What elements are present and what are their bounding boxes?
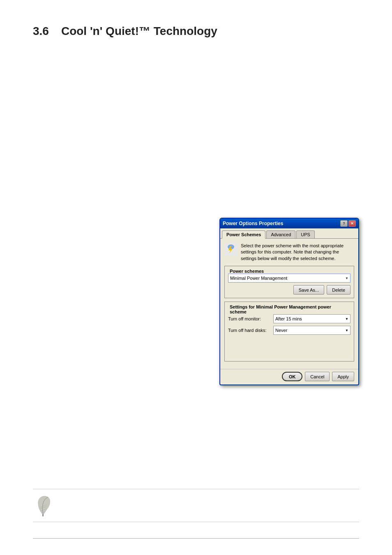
power-icon (224, 243, 238, 256)
settings-spacer (228, 337, 350, 358)
close-button[interactable]: ✕ (348, 220, 356, 227)
dialog-titlebar: Power Options Properties ? ✕ (220, 219, 358, 228)
section-title: Cool 'n' Quiet!™ Technology (61, 25, 217, 38)
feather-icon (33, 494, 53, 517)
title-buttons: ? ✕ (340, 220, 356, 227)
power-options-dialog: Power Options Properties ? ✕ Power Schem… (219, 218, 359, 385)
tab-advanced[interactable]: Advanced (266, 230, 295, 238)
delete-button[interactable]: Delete (327, 285, 350, 295)
monitor-arrow-icon: ▼ (345, 317, 348, 321)
screenshot-area: Power Options Properties ? ✕ Power Schem… (219, 218, 359, 385)
note-section (33, 489, 359, 522)
power-schemes-legend: Power schemes (228, 269, 350, 274)
disk-arrow-icon: ▼ (345, 329, 348, 332)
saveas-row: Save As... Delete (228, 285, 350, 295)
monitor-label: Turn off monitor: (228, 316, 273, 321)
section-number: 3.6 (33, 25, 49, 38)
monitor-select[interactable]: After 15 mins ▼ (273, 314, 350, 323)
save-as-button[interactable]: Save As... (293, 285, 325, 295)
dialog-title: Power Options Properties (223, 221, 283, 226)
settings-fieldset: Settings for Minimal Power Management po… (224, 302, 354, 362)
bottom-line (33, 538, 359, 539)
power-scheme-value: Minimal Power Management (230, 276, 345, 281)
tab-ups[interactable]: UPS (296, 230, 315, 238)
settings-legend: Settings for Minimal Power Management po… (228, 304, 350, 314)
monitor-row: Turn off monitor: After 15 mins ▼ (228, 314, 350, 323)
apply-button[interactable]: Apply (332, 372, 354, 381)
power-scheme-row: Minimal Power Management ▼ (228, 274, 350, 283)
page-container: 3.6 Cool 'n' Quiet!™ Technology Power Op… (0, 0, 392, 555)
dialog-bottom-buttons: OK Cancel Apply (220, 369, 358, 385)
section-heading: 3.6 Cool 'n' Quiet!™ Technology (33, 25, 359, 38)
disk-select[interactable]: Never ▼ (273, 326, 350, 335)
dialog-content: Select the power scheme with the most ap… (220, 239, 358, 369)
cancel-button[interactable]: Cancel (305, 372, 330, 381)
dialog-intro: Select the power scheme with the most ap… (224, 243, 354, 262)
power-schemes-fieldset: Power schemes Minimal Power Management ▼… (224, 266, 354, 298)
svg-rect-3 (42, 514, 44, 517)
disk-label: Turn off hard disks: (228, 328, 273, 333)
tab-power-schemes[interactable]: Power Schemes (222, 230, 265, 239)
scheme-dropdown-arrow[interactable]: ▼ (345, 276, 348, 280)
dialog-tabs: Power Schemes Advanced UPS (220, 228, 358, 239)
ok-button[interactable]: OK (282, 372, 302, 381)
intro-text: Select the power scheme with the most ap… (241, 243, 354, 262)
help-button[interactable]: ? (340, 220, 348, 227)
disk-row: Turn off hard disks: Never ▼ (228, 326, 350, 335)
